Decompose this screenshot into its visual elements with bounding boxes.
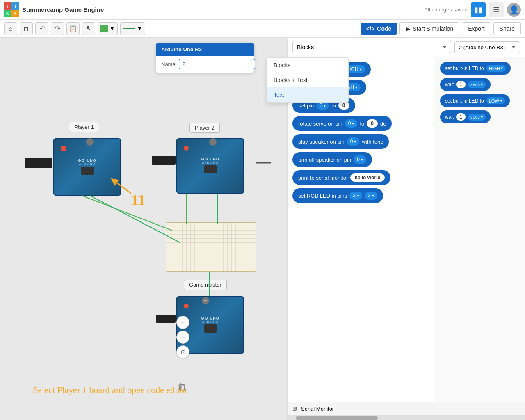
block-rotate-servo[interactable]: rotate servo on pin 0 to 0 de [292,116,392,131]
line-style-button[interactable]: ▼ [120,22,145,35]
delete-button[interactable]: 🗑 [20,22,33,35]
bottom-scrollbar[interactable] [288,415,525,420]
film-icon[interactable]: ▮▮ [471,2,486,17]
block-speaker-pin-dropdown[interactable]: 0 [347,137,360,146]
zoom-fit-button[interactable]: ⊙ [176,345,189,358]
canvas-area[interactable]: Arduino Uno R3 Name Player 1 ⊙⊙ UNO ARDU… [0,38,287,420]
block-text: play speaker on pin [298,139,345,145]
block-to-text: to [360,121,364,127]
code-wait-val2: 1 [456,113,466,121]
bottom-annotation: Select Player 1 board and open code edit… [33,385,187,395]
serial-monitor-icon: ▩ [292,405,298,412]
trash-icon: 🗑 [177,381,187,393]
block-off-speaker-pin-dropdown[interactable]: 0 [354,155,366,164]
logo-n: N [4,10,11,17]
zoom-in-button[interactable]: + [176,316,189,329]
trash-button[interactable]: 🗑 [175,378,189,395]
usb-connector-gm [156,315,176,323]
block-rgb-pin2-dropdown[interactable]: 3 [365,192,377,200]
player2-board[interactable]: ⊙⊙ UNO ARDUINO [176,138,244,194]
app-logo: T I N K [4,2,19,17]
blocks-panel: set built-in LED to HIGH set pin 0 to HI… [288,57,435,402]
block-pin3-dropdown[interactable]: 3 [316,101,329,110]
block-text: print to serial monitor [298,175,348,181]
logo-i: I [11,2,19,10]
code-led-high-dropdown[interactable]: HIGH [486,65,506,72]
block-print-serial[interactable]: print to serial monitor hello world [292,170,390,185]
code-block-3[interactable]: set built-in LED to LOW [440,94,510,107]
gamemaster-label: Game master [184,280,227,290]
block-tone-text: with tone [362,139,383,145]
name-label: Name [161,61,176,67]
code-secs2-dropdown[interactable]: secs [468,114,486,121]
export-button[interactable]: Export [462,22,491,35]
name-input[interactable] [179,59,255,69]
line-chevron-icon: ▼ [137,25,142,32]
minus-button-p2[interactable]: − [209,138,217,146]
serial-monitor[interactable]: ▩ Serial Monitor [288,402,525,415]
undo-button[interactable]: ↶ [35,22,48,35]
player1-board[interactable]: ⊙⊙ UNO ARDUINO [53,138,121,196]
code-wait-text: wait [445,114,454,120]
code-wait-val: 1 [456,81,466,88]
code-button[interactable]: </> Code [361,23,397,35]
block-servo-val: 0 [367,119,378,128]
code-block-1[interactable]: set built-in LED to HIGH [440,62,511,75]
home-button[interactable]: ⌂ [4,22,17,35]
board-selector[interactable]: 2 (Arduino Uno R3) 1 (Arduino Uno R3) 3 … [454,41,520,53]
block-play-speaker[interactable]: play speaker on pin 0 with tone [292,134,389,149]
code-led-low-dropdown[interactable]: LOW [486,97,505,104]
saved-status: All changes saved [424,7,468,13]
code-wait-text: wait [445,82,454,87]
code-text: set built-in LED to [445,98,484,104]
color-chevron-icon: ▼ [110,25,115,32]
block-text: turn off speaker on pin [298,157,351,163]
usb-connector-p1 [25,158,52,168]
block-hello-value: hello world [350,173,384,182]
svg-line-0 [82,196,172,231]
player2-label: Player 2 [189,123,220,133]
zoom-out-button[interactable]: − [176,331,189,344]
block-servo-pin-dropdown[interactable]: 0 [345,119,358,128]
share-button[interactable]: Share [493,22,521,35]
simulation-button[interactable]: ▶ Start Simulation [399,22,459,35]
code-block-2[interactable]: wait 1 secs [440,78,491,91]
logo-t: T [4,2,11,10]
blocks-dropdown[interactable]: Blocks Blocks + Text Text [292,41,451,53]
line-preview [123,28,135,29]
color-swatch [100,25,108,32]
block-text: set pin [298,103,314,109]
view-button[interactable]: 👁 [82,22,95,35]
code-secs-dropdown[interactable]: secs [468,81,486,88]
block-to-text: to [331,103,336,109]
block-text: rotate servo on pin [298,121,342,127]
notes-button[interactable]: 📋 [66,22,80,35]
zoom-controls: + − ⊙ [176,316,189,358]
block-turn-off-speaker[interactable]: turn off speaker on pin 0 [292,152,372,167]
block-set-rgb[interactable]: set RGB LED in pins 3 3 [292,188,383,203]
blocks-header: Blocks Blocks + Text Text 2 (Arduino Uno… [288,38,525,57]
arduino-popup-body: Name [156,56,254,73]
main-area: Arduino Uno R3 Name Player 1 ⊙⊙ UNO ARDU… [0,38,525,420]
block-de-text: de [380,121,386,127]
block-rgb-pin1-dropdown[interactable]: 3 [349,192,362,200]
redo-button[interactable]: ↷ [51,22,64,35]
minus-button-gm[interactable]: − [202,297,209,304]
right-panel: Blocks Blocks + Text Text 2 (Arduino Uno… [287,38,525,420]
list-icon[interactable]: ☰ [489,2,504,17]
menu-item-blocks[interactable]: Blocks [267,58,348,73]
code-text: set built-in LED to [445,66,484,71]
code-area: set built-in LED to HIGH wait 1 secs set… [435,57,525,402]
logo-k: K [11,10,19,17]
usb-connector-p2 [152,156,176,165]
dropdown-menu: Blocks Blocks + Text Text [267,57,349,103]
play-icon: ▶ [406,25,410,32]
menu-item-text[interactable]: Text [267,87,348,102]
avatar[interactable]: 👤 [507,3,521,17]
block-zero-value: 0 [338,101,349,110]
code-block-4[interactable]: wait 1 secs [440,110,491,123]
breadboard: // Generate breadboard dots via inline s… [166,222,256,272]
minus-button-p1[interactable]: − [86,138,94,146]
color-picker-button[interactable]: ▼ [98,22,118,35]
menu-item-blocks-text[interactable]: Blocks + Text [267,73,348,87]
